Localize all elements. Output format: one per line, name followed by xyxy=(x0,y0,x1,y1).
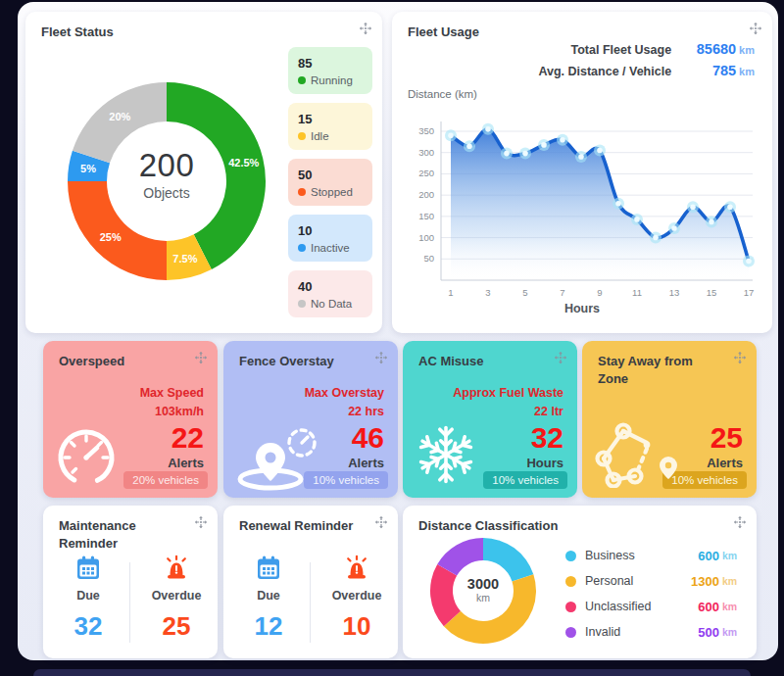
svg-text:25%: 25% xyxy=(100,231,122,243)
fleet-usage-area-chart: 501001502002503003501357911131517 xyxy=(402,104,764,315)
move-icon[interactable] xyxy=(194,351,208,364)
overdue-count: 10 xyxy=(318,611,396,642)
legend-dot xyxy=(565,576,576,587)
svg-text:200: 200 xyxy=(418,189,434,200)
overdue-column: Overdue 25 xyxy=(137,555,216,642)
legend-label: Business xyxy=(585,549,684,562)
move-icon[interactable] xyxy=(554,351,567,364)
distance-legend: Business 600 km Personal 1300 km Unclass… xyxy=(565,543,742,645)
fleet-usage-stats: Total Fleet Usage 85680 km Avg. Distance… xyxy=(538,41,755,84)
legend-dot xyxy=(298,300,306,308)
siren-icon xyxy=(163,555,190,582)
move-icon[interactable] xyxy=(733,351,747,364)
calendar-icon xyxy=(255,555,282,582)
stat-value: 85680 xyxy=(685,41,736,57)
legend-label: No Data xyxy=(311,298,352,310)
legend-count: 40 xyxy=(298,279,363,294)
geofence-timer-icon xyxy=(231,423,325,492)
svg-text:5: 5 xyxy=(522,287,527,298)
fence-overstay-card: Fence Overstay Max Overstay22 hrs 46 Ale… xyxy=(223,341,398,498)
siren-icon xyxy=(343,555,370,582)
legend-label: Invalid xyxy=(585,625,684,639)
legend-chip-stopped: 50 Stopped xyxy=(288,159,372,206)
svg-text:1: 1 xyxy=(448,287,453,298)
legend-dot xyxy=(298,188,306,196)
svg-text:17: 17 xyxy=(744,287,755,298)
alert-count: 46 xyxy=(352,423,384,453)
objects-label: Objects xyxy=(108,185,225,201)
alert-unit: Alerts xyxy=(168,456,204,470)
zone-pin-icon xyxy=(590,417,688,488)
vehicles-badge: 20% vehicles xyxy=(123,471,208,489)
fleet-usage-card: Fleet Usage Total Fleet Usage 85680 km A… xyxy=(392,12,772,333)
divider xyxy=(129,562,130,643)
fleet-status-legend: 85 Running 15 Idle 50 Stopped 10 Inactiv… xyxy=(288,47,372,317)
svg-text:5%: 5% xyxy=(80,163,96,174)
legend-unit: km xyxy=(722,601,742,612)
legend-count: 85 xyxy=(298,56,363,71)
legend-value: 500 xyxy=(684,625,719,640)
move-icon[interactable] xyxy=(374,351,388,364)
legend-label: Personal xyxy=(585,574,684,588)
legend-unit: km xyxy=(722,575,742,587)
legend-dot xyxy=(565,551,576,561)
svg-text:13: 13 xyxy=(669,287,680,298)
legend-label: Running xyxy=(311,74,353,86)
svg-text:150: 150 xyxy=(418,211,434,221)
svg-text:250: 250 xyxy=(418,168,434,178)
speedometer-icon xyxy=(51,421,122,492)
legend-dot xyxy=(565,627,576,638)
overdue-label: Overdue xyxy=(137,589,216,603)
distance-classification-card: Distance Classification 3000 km Business… xyxy=(403,506,757,658)
alert-count: 32 xyxy=(531,423,564,453)
fuel-waste-stat: Approx Fuel Waste22 ltr xyxy=(453,384,564,422)
distance-legend-row: Personal 1300 km xyxy=(565,568,742,594)
max-speed-stat: Max Speed103km/h xyxy=(140,384,204,422)
card-title: Renewal Reminder xyxy=(239,517,357,535)
legend-label: Inactive xyxy=(311,242,350,254)
distance-legend-row: Invalid 500 km xyxy=(565,619,742,645)
snowflake-icon xyxy=(415,423,477,486)
move-icon[interactable] xyxy=(194,515,208,529)
svg-text:15: 15 xyxy=(707,287,717,298)
move-icon[interactable] xyxy=(733,515,747,529)
legend-value: 600 xyxy=(684,549,719,563)
svg-text:20%: 20% xyxy=(109,111,130,122)
svg-text:300: 300 xyxy=(418,147,434,158)
legend-value: 1300 xyxy=(684,574,719,589)
stat-label: Total Fleet Usage xyxy=(571,43,672,57)
total-distance: 3000 xyxy=(444,576,522,592)
svg-text:7.5%: 7.5% xyxy=(172,253,197,265)
distance-legend-row: Business 600 km xyxy=(565,543,742,568)
move-icon[interactable] xyxy=(359,22,372,35)
svg-text:11: 11 xyxy=(632,287,642,298)
card-title: Stay Away from Zone xyxy=(598,353,706,388)
move-icon[interactable] xyxy=(749,22,762,35)
overdue-column: Overdue 10 xyxy=(318,555,396,642)
legend-label: Stopped xyxy=(311,186,353,198)
max-overstay-stat: Max Overstay22 hrs xyxy=(305,384,384,422)
legend-chip-nodata: 40 No Data xyxy=(288,270,372,317)
ac-misuse-card: AC Misuse Approx Fuel Waste22 ltr 32 Hou… xyxy=(403,341,577,498)
legend-unit: km xyxy=(722,550,742,561)
alert-count: 25 xyxy=(710,423,743,453)
legend-dot xyxy=(565,602,576,612)
due-count: 32 xyxy=(49,611,127,642)
legend-label: Idle xyxy=(311,130,329,142)
stat-label: Avg. Distance / Vehicle xyxy=(538,65,671,78)
card-title: Fence Overstay xyxy=(239,353,334,370)
divider xyxy=(310,562,311,643)
svg-text:42.5%: 42.5% xyxy=(228,157,259,169)
svg-text:50: 50 xyxy=(423,253,434,264)
vehicles-badge: 10% vehicles xyxy=(483,471,567,489)
card-title: Maintenance Reminder xyxy=(59,517,176,553)
card-title: Fleet Usage xyxy=(408,24,479,41)
card-title: Fleet Status xyxy=(41,24,114,41)
card-title: AC Misuse xyxy=(418,353,483,370)
move-icon[interactable] xyxy=(374,515,388,529)
alert-unit: Alerts xyxy=(707,456,743,470)
svg-text:7: 7 xyxy=(560,287,564,298)
alert-unit: Alerts xyxy=(348,456,384,470)
objects-count: 200 xyxy=(108,147,225,184)
total-unit: km xyxy=(444,592,522,604)
